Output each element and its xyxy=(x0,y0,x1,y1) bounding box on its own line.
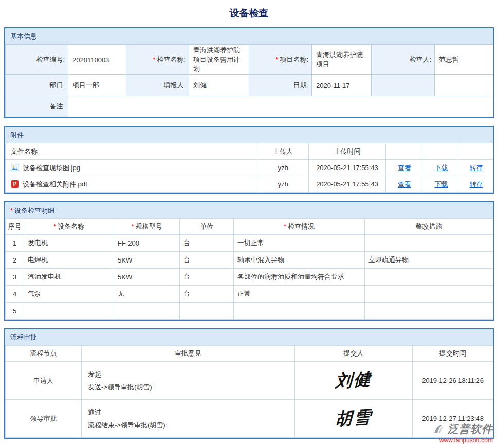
basic-info-section-title: 基本信息 xyxy=(10,32,37,40)
detail-unit: 台 xyxy=(180,235,234,252)
empty-label-cell xyxy=(372,75,435,96)
detail-equipment-name: 汽油发电机 xyxy=(24,269,114,286)
detail-status: 各部位的润滑油质和油量均符合要求 xyxy=(234,269,365,286)
save-as-link[interactable]: 转存 xyxy=(470,164,483,172)
approval-opinion-line2: 流程结束->领导审批(胡雪): xyxy=(88,419,288,432)
attachments-section-header: 附件 xyxy=(5,127,493,143)
detail-seq: 2 xyxy=(6,252,24,269)
reporter-label-cell: 填报人: xyxy=(126,75,189,96)
approval-section-header: 流程审批 xyxy=(5,329,493,345)
approval-signature-cell: 胡雪 xyxy=(295,400,413,438)
file-name-column-header: 文件名称 xyxy=(6,143,257,160)
svg-text:P: P xyxy=(13,181,17,187)
detail-unit: 台 xyxy=(180,286,234,303)
detail-measures xyxy=(365,269,493,286)
inspection-name-label: 检查名称: xyxy=(157,55,186,63)
approval-signature-cell: 刘健 xyxy=(295,362,413,400)
reporter-label: 填报人: xyxy=(163,81,186,89)
detail-model: 5KW xyxy=(114,252,180,269)
detail-unit: 台 xyxy=(180,269,234,286)
department-label: 部门: xyxy=(49,81,65,89)
upload-time-column-header: 上传时间 xyxy=(309,143,386,160)
submitter-column-header: 提交人 xyxy=(295,346,413,362)
detail-measures: 立即疏通异物 xyxy=(365,252,493,269)
seq-column-header: 序号 xyxy=(6,219,24,235)
approval-node: 领导审批 xyxy=(6,400,82,438)
detail-status: 一切正常 xyxy=(234,235,365,252)
model-column-header: *规格型号 xyxy=(114,219,180,235)
detail-row: 1 发电机 FF-200 台 一切正常 xyxy=(6,235,493,252)
attachment-uploader: yzh xyxy=(257,160,309,176)
detail-unit: 台 xyxy=(180,252,234,269)
detail-row: 5 xyxy=(6,303,493,320)
status-header-label: 检查情况 xyxy=(288,222,315,230)
inspection-details-panel: *设备检查明细 序号 *设备名称 *规格型号 单位 *检查情况 整改措施 xyxy=(4,201,494,321)
approval-table: 流程节点 审批意见 提交人 提交时间 申请人 发起 发送->领导审批(胡雪): … xyxy=(5,345,493,438)
inspection-no-label-cell: 检查编号: xyxy=(6,45,68,75)
project-name-value: 青海洪湖养护院项目 xyxy=(312,45,372,75)
attachment-action-cell: 下载 xyxy=(423,176,459,193)
view-link[interactable]: 查看 xyxy=(398,164,411,172)
detail-equipment-name xyxy=(24,303,114,320)
attachment-action-cell: 查看 xyxy=(386,176,423,193)
download-link[interactable]: 下载 xyxy=(435,164,448,172)
download-link[interactable]: 下载 xyxy=(435,180,448,188)
approval-row: 申请人 发起 发送->领导审批(胡雪): 刘健 2019-12-26 18:11… xyxy=(6,362,493,400)
submitter-signature: 刘健 xyxy=(335,367,372,393)
inspection-details-section-header: *设备检查明细 xyxy=(5,202,493,218)
inspection-name-label-cell: *检查名称: xyxy=(126,45,189,75)
required-marker: * xyxy=(53,222,56,230)
required-marker: * xyxy=(275,55,278,63)
attachment-row: P 设备检查相关附件.pdf yzh 2020-05-21 17:55:43 查… xyxy=(6,176,493,193)
date-label: 日期: xyxy=(293,81,308,89)
view-link[interactable]: 查看 xyxy=(398,180,411,188)
department-value: 项目一部 xyxy=(68,75,126,96)
detail-seq: 5 xyxy=(6,303,24,320)
attachment-file-cell: 设备检查现场图.jpg xyxy=(6,160,257,176)
remarks-label: 备注: xyxy=(49,102,65,110)
equipment-inspection-page: 设备检查 基本信息 检查编号: 2020110003 *检查名称: 青海洪湖养护… xyxy=(0,0,498,448)
status-column-header: *检查情况 xyxy=(234,219,365,235)
image-file-icon xyxy=(11,163,19,172)
detail-row: 4 气泵 无 台 正常 xyxy=(6,286,493,303)
vendor-brand-name: 泛普软件 xyxy=(448,422,493,436)
detail-measures xyxy=(365,303,493,320)
detail-equipment-name: 气泵 xyxy=(24,286,114,303)
detail-status xyxy=(234,303,365,320)
uploader-column-header: 上传人 xyxy=(257,143,309,160)
department-label-cell: 部门: xyxy=(6,75,68,96)
attachment-action-cell: 下载 xyxy=(423,160,459,176)
date-label-cell: 日期: xyxy=(249,75,312,96)
empty-value-cell xyxy=(435,75,493,96)
approval-header-row: 流程节点 审批意见 提交人 提交时间 xyxy=(6,346,493,362)
page-title: 设备检查 xyxy=(0,0,498,27)
approval-opinion-cell: 发起 发送->领导审批(胡雪): xyxy=(82,362,295,400)
detail-status: 轴承中混入异物 xyxy=(234,252,365,269)
remarks-value xyxy=(68,96,493,117)
detail-model xyxy=(114,303,180,320)
inspection-details-section-title: 设备检查明细 xyxy=(14,207,54,214)
inspection-no-value: 2020110003 xyxy=(68,45,126,75)
detail-measures xyxy=(365,286,493,303)
approval-opinion-line1: 发起 xyxy=(88,368,288,381)
attachment-row: 设备检查现场图.jpg yzh 2020-05-21 17:55:43 查看 下… xyxy=(6,160,493,176)
action-column-header xyxy=(423,143,459,160)
model-header-label: 规格型号 xyxy=(136,222,162,230)
project-name-label-cell: *项目名称: xyxy=(249,45,312,75)
measures-column-header: 整改措施 xyxy=(365,219,493,235)
approval-opinion-cell: 通过 流程结束->领导审批(胡雪): xyxy=(82,400,295,438)
attachment-uploader: yzh xyxy=(257,176,309,193)
detail-seq: 1 xyxy=(6,235,24,252)
detail-row: 2 电焊机 5KW 台 轴承中混入异物 立即疏通异物 xyxy=(6,252,493,269)
detail-model: 5KW xyxy=(114,269,180,286)
inspector-value: 范思哲 xyxy=(435,45,493,75)
inspector-label-cell: 检查人: xyxy=(372,45,435,75)
basic-info-section-header: 基本信息 xyxy=(5,28,493,44)
save-as-link[interactable]: 转存 xyxy=(470,180,483,188)
detail-measures xyxy=(365,235,493,252)
required-marker: * xyxy=(153,55,155,63)
node-column-header: 流程节点 xyxy=(6,346,82,362)
detail-equipment-name: 电焊机 xyxy=(24,252,114,269)
required-marker: * xyxy=(131,222,134,230)
vendor-url[interactable]: www.fanpusoft.com xyxy=(432,437,493,444)
